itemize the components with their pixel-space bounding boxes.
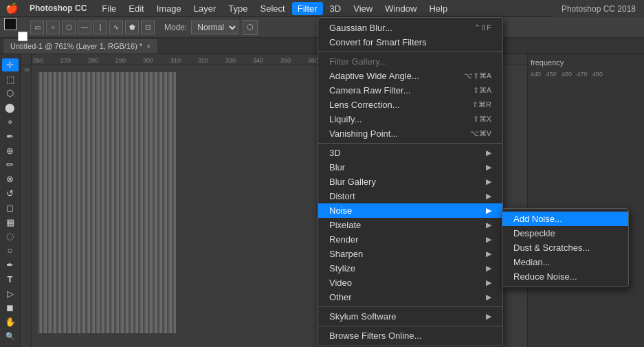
photoshop-menu[interactable]: Photoshop CC — [24, 2, 92, 14]
mode-label: Mode: — [164, 23, 187, 32]
menu-skylum[interactable]: Skylum Software ▶ — [318, 309, 502, 324]
lasso-icon[interactable]: ∿ — [109, 21, 123, 34]
menu-liquify[interactable]: Liquify... ⇧⌘X — [318, 112, 502, 126]
menu-adaptive-wide[interactable]: Adaptive Wide Angle... ⌥⇧⌘A — [318, 69, 502, 83]
menu-type[interactable]: Type — [223, 2, 253, 15]
menu-convert-smart[interactable]: Convert for Smart Filters — [318, 35, 502, 49]
right-panel: frequency 440 450 460 470 480 — [527, 54, 644, 347]
foreground-color[interactable] — [4, 18, 16, 30]
menu-noise[interactable]: Noise ▶ — [318, 203, 502, 218]
background-color[interactable] — [18, 32, 27, 41]
ruler-mark-320: 320 — [198, 57, 208, 64]
menu-pixelate[interactable]: Pixelate ▶ — [318, 218, 502, 232]
menu-3d[interactable]: 3D ▶ — [318, 146, 502, 160]
apple-menu[interactable]: 🍎 — [5, 2, 19, 14]
submenu-median[interactable]: Median... — [502, 255, 628, 269]
menu-sharpen[interactable]: Sharpen ▶ — [318, 247, 502, 261]
single-row-icon[interactable]: — — [78, 21, 91, 34]
menu-view[interactable]: View — [348, 2, 378, 15]
tool-quick-select[interactable]: ⬤ — [2, 101, 19, 114]
menu-blur[interactable]: Blur ▶ — [318, 160, 502, 175]
menu-distort[interactable]: Distort ▶ — [318, 189, 502, 203]
tool-eyedropper[interactable]: ✒ — [2, 130, 19, 143]
color-swatches[interactable] — [4, 18, 23, 37]
tool-type[interactable]: T — [2, 273, 19, 286]
menu-3d[interactable]: 3D — [324, 2, 347, 15]
tool-crop[interactable]: ⌖ — [2, 115, 19, 128]
menu-stylize[interactable]: Stylize ▶ — [318, 261, 502, 276]
tool-dodge[interactable]: ○ — [2, 244, 19, 257]
menu-blur-gallery[interactable]: Blur Gallery ▶ — [318, 175, 502, 189]
ruler-mark-340: 340 — [253, 57, 263, 64]
rect-shape-icon[interactable]: ▭ — [30, 21, 44, 34]
menu-help[interactable]: Help — [423, 2, 453, 15]
ruler-mark-360: 360 — [308, 57, 318, 64]
tool-zoom[interactable]: 🔍 — [2, 330, 19, 343]
menu-gaussian-blur[interactable]: Gaussian Blur... ⌃⇧F — [318, 21, 502, 35]
menu-filter[interactable]: Filter — [292, 2, 323, 15]
ruler-mark-330: 330 — [225, 57, 236, 64]
submenu-dust-scratches[interactable]: Dust & Scratches... — [502, 240, 628, 255]
tool-hand[interactable]: ✋ — [2, 315, 19, 328]
tool-clone[interactable]: ⊗ — [2, 172, 19, 186]
menu-browse-filters[interactable]: Browse Filters Online... — [318, 328, 502, 343]
mode-select[interactable]: Normal — [191, 21, 238, 34]
tool-marquee[interactable]: ⬚ — [2, 73, 19, 86]
filter-menu[interactable]: Gaussian Blur... ⌃⇧F Convert for Smart F… — [318, 17, 503, 346]
tool-path-select[interactable]: ▷ — [2, 287, 19, 300]
tool-shape[interactable]: ◼ — [2, 302, 19, 315]
opacity-icon[interactable]: ⬡ — [243, 20, 258, 35]
tool-spot-heal[interactable]: ⊕ — [2, 144, 19, 157]
mag-lasso-icon[interactable]: ⊡ — [141, 21, 155, 34]
tool-gradient[interactable]: ▦ — [2, 216, 19, 229]
tool-history[interactable]: ↺ — [2, 187, 19, 200]
ruler-mark-300: 300 — [143, 57, 153, 64]
menu-image[interactable]: Image — [151, 2, 187, 15]
menu-sep-1 — [318, 52, 502, 52]
shape-icon-group: ▭ ○ ⬡ — | ∿ ⬟ ⊡ — [30, 21, 155, 34]
poly-lasso-icon[interactable]: ⬟ — [125, 21, 139, 34]
menu-filter-gallery: Filter Gallery... — [318, 54, 502, 69]
submenu-despeckle[interactable]: Despeckle — [502, 226, 628, 240]
menu-bar: 🍎 Photoshop CC File Edit Image Layer Typ… — [0, 0, 644, 17]
submenu-add-noise[interactable]: Add Noise... — [502, 212, 628, 226]
tab-close-button[interactable]: × — [146, 43, 151, 50]
canvas-image — [38, 72, 176, 333]
tool-brush[interactable]: ✏ — [2, 159, 19, 172]
menu-other[interactable]: Other ▶ — [318, 290, 502, 304]
menu-render[interactable]: Render ▶ — [318, 232, 502, 247]
menu-layer[interactable]: Layer — [188, 2, 222, 15]
toolbar: ✛ ⬚ ⬡ ⬤ ⌖ ✒ ⊕ ✏ ⊗ ↺ ◻ ▦ ◌ ○ ✒ T ▷ ◼ ✋ 🔍 — [0, 54, 21, 347]
menu-select[interactable]: Select — [255, 2, 291, 15]
ruler-mark-310: 310 — [170, 57, 181, 64]
ruler-v-marks: 9303030 — [21, 68, 31, 71]
menu-file[interactable]: File — [96, 2, 122, 15]
menu-video[interactable]: Video ▶ — [318, 276, 502, 290]
tool-eraser[interactable]: ◻ — [2, 201, 19, 214]
tool-lasso[interactable]: ⬡ — [2, 87, 19, 100]
menu-sep-3 — [318, 306, 502, 307]
menu-window[interactable]: Window — [379, 2, 422, 15]
noise-submenu[interactable]: Add Noise... Despeckle Dust & Scratches.… — [502, 208, 629, 287]
menu-edit[interactable]: Edit — [123, 2, 149, 15]
menu-vanishing-point[interactable]: Vanishing Point... ⌥⌘V — [318, 126, 502, 141]
menu-lens-correction[interactable]: Lens Correction... ⇧⌘R — [318, 98, 502, 112]
ruler-vertical: 9303030 — [21, 65, 32, 347]
menu-sep-4 — [318, 326, 502, 326]
menu-sep-2 — [318, 143, 502, 144]
tool-move[interactable]: ✛ — [2, 58, 19, 71]
ps-cc-title: Photoshop CC 2018 — [553, 0, 644, 17]
ruler-mark-280: 280 — [88, 57, 98, 64]
single-col-icon[interactable]: | — [93, 21, 107, 34]
poly-shape-icon[interactable]: ⬡ — [62, 21, 76, 34]
tool-blur[interactable]: ◌ — [2, 230, 19, 243]
menu-camera-raw[interactable]: Camera Raw Filter... ⇧⌘A — [318, 83, 502, 98]
tab-title: Untitled-1 @ 761% (Layer 1, RGB/16) * — [10, 42, 142, 50]
right-ruler-marks: 440 450 460 470 480 — [531, 71, 641, 78]
ruler-mark-290: 290 — [115, 57, 126, 64]
circle-shape-icon[interactable]: ○ — [46, 21, 60, 34]
tool-pen[interactable]: ✒ — [2, 258, 19, 271]
ruler-mark-260: 260 — [33, 57, 43, 64]
submenu-reduce-noise[interactable]: Reduce Noise... — [502, 269, 628, 284]
panel-frequency-title: frequency — [531, 57, 641, 68]
